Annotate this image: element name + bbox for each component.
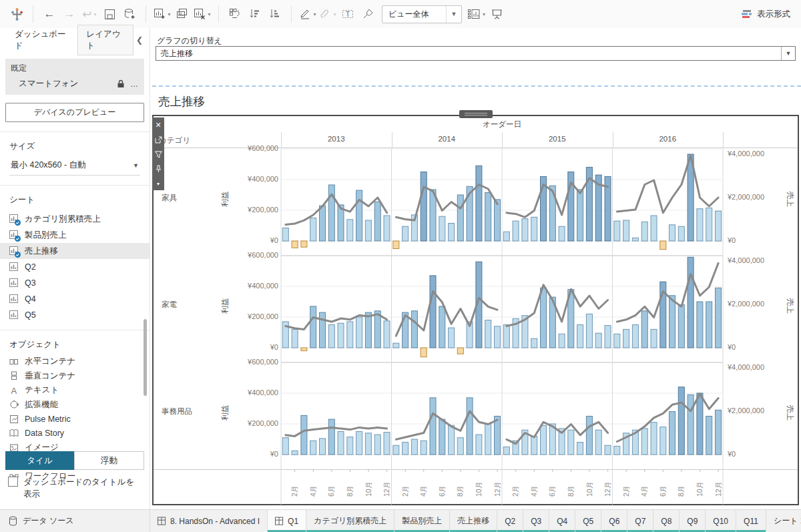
sheet-list-item[interactable]: Q4 bbox=[0, 291, 150, 307]
object-item-data-story[interactable]: Data Story bbox=[0, 427, 150, 441]
profit-bar[interactable] bbox=[716, 288, 722, 348]
profit-bar[interactable] bbox=[503, 325, 509, 348]
sheet-list-item[interactable]: 売上推移 bbox=[0, 243, 150, 259]
sheet-tab-シート 15[interactable]: シート 15 bbox=[766, 510, 801, 532]
profit-bar[interactable] bbox=[632, 238, 638, 241]
show-mark-labels-icon[interactable]: T bbox=[339, 5, 356, 23]
profit-bar[interactable] bbox=[605, 445, 611, 455]
profit-bar[interactable] bbox=[495, 200, 501, 241]
profit-bar[interactable] bbox=[503, 447, 509, 455]
profit-bar[interactable] bbox=[531, 436, 537, 455]
size-dropdown[interactable]: 最小 420x560 - 自動 ▼ bbox=[9, 158, 140, 176]
profit-bar[interactable] bbox=[559, 334, 565, 348]
new-worksheet-icon[interactable]: ▾ bbox=[154, 5, 171, 23]
sheet-tab-Q2[interactable]: Q2 bbox=[497, 510, 523, 532]
profit-bar[interactable] bbox=[457, 438, 463, 455]
clear-sheet-icon[interactable]: ▾ bbox=[194, 5, 211, 23]
profit-bar[interactable] bbox=[614, 446, 620, 455]
profit-bar[interactable] bbox=[522, 219, 528, 241]
profit-bar[interactable] bbox=[292, 241, 298, 248]
profit-bar[interactable] bbox=[531, 217, 537, 241]
profit-bar[interactable] bbox=[374, 202, 380, 241]
profit-bar[interactable] bbox=[531, 338, 537, 348]
profit-bar[interactable] bbox=[678, 226, 684, 241]
profit-bar[interactable] bbox=[706, 417, 712, 455]
sort-ascending-icon[interactable] bbox=[246, 5, 264, 23]
sheet-tab-カテゴリ別累積売上[interactable]: カテゴリ別累積売上 bbox=[306, 510, 394, 532]
profit-bar[interactable] bbox=[688, 394, 694, 455]
profit-bar[interactable] bbox=[614, 334, 620, 348]
profit-bar[interactable] bbox=[577, 443, 583, 455]
sheet-tab-Q11[interactable]: Q11 bbox=[736, 510, 766, 532]
profit-bar[interactable] bbox=[559, 226, 565, 241]
profit-bar[interactable] bbox=[641, 429, 647, 455]
profit-bar[interactable] bbox=[586, 417, 592, 455]
profit-bar[interactable] bbox=[476, 435, 482, 455]
swap-rows-columns-icon[interactable] bbox=[226, 5, 244, 23]
tab-dashboard[interactable]: ダッシュボード bbox=[7, 25, 76, 55]
graph-switcher-dropdown[interactable]: 売上推移 ▼ bbox=[156, 46, 796, 61]
sheet-tab-Q5[interactable]: Q5 bbox=[575, 510, 601, 532]
profit-bar[interactable] bbox=[393, 241, 399, 249]
go-to-sheet-icon[interactable] bbox=[154, 135, 163, 144]
profit-bar[interactable] bbox=[384, 321, 390, 348]
undo-icon[interactable]: ↩▾ bbox=[81, 5, 98, 23]
floating-button[interactable]: 浮動 bbox=[74, 451, 144, 470]
profit-bar[interactable] bbox=[706, 302, 712, 348]
profit-bar[interactable] bbox=[595, 430, 601, 455]
back-button[interactable]: ← bbox=[41, 5, 58, 23]
profit-bar[interactable] bbox=[320, 312, 326, 348]
sheet-tab-Q1[interactable]: Q1 bbox=[268, 510, 306, 532]
new-datasource-icon[interactable] bbox=[121, 5, 138, 23]
sheet-tab-製品別売上[interactable]: 製品別売上 bbox=[394, 510, 450, 532]
profit-bar[interactable] bbox=[485, 320, 491, 348]
profit-bar[interactable] bbox=[485, 424, 491, 455]
show-dashboard-title-checkbox[interactable]: ダッシュボードのタイトルを表示 bbox=[8, 476, 142, 500]
collapse-pane-icon[interactable]: ❮ bbox=[134, 35, 146, 45]
sheet-list-item[interactable]: Q5 bbox=[0, 307, 150, 323]
profit-bar[interactable] bbox=[310, 218, 316, 242]
profit-bar[interactable] bbox=[393, 343, 399, 348]
profit-bar[interactable] bbox=[365, 220, 371, 241]
use-as-filter-icon[interactable] bbox=[154, 150, 163, 159]
profit-bar[interactable] bbox=[292, 329, 298, 348]
profit-bar[interactable] bbox=[282, 438, 288, 455]
sales-line[interactable] bbox=[617, 156, 718, 213]
profit-bar[interactable] bbox=[356, 190, 362, 241]
profit-bar[interactable] bbox=[282, 228, 288, 242]
profit-bar[interactable] bbox=[403, 226, 409, 241]
profit-bar[interactable] bbox=[641, 222, 647, 241]
sheet-list-item[interactable]: Q2 bbox=[0, 259, 150, 275]
profit-bar[interactable] bbox=[365, 312, 371, 348]
sheet-tab-Q4[interactable]: Q4 bbox=[549, 510, 575, 532]
profit-bar[interactable] bbox=[421, 348, 427, 357]
profit-bar[interactable] bbox=[541, 425, 547, 455]
profit-bar[interactable] bbox=[641, 311, 647, 348]
profit-bar[interactable] bbox=[503, 232, 509, 241]
sheet-tab-8. HandsOn - Advanced I[interactable]: 8. HandsOn - Advanced I bbox=[150, 510, 268, 532]
profit-bar[interactable] bbox=[403, 443, 409, 455]
profit-bar[interactable] bbox=[467, 398, 473, 455]
show-hide-cards-icon[interactable]: ▾ bbox=[467, 5, 485, 23]
fit-dropdown[interactable]: ビュー全体 ▼ bbox=[382, 5, 462, 23]
object-item-text[interactable]: Aテキスト bbox=[0, 383, 150, 398]
profit-bar[interactable] bbox=[365, 433, 371, 455]
container-drag-handle[interactable] bbox=[459, 110, 493, 118]
sales-trend-chart[interactable]: ✕ ▾ オーダー日 カテゴリ 2013201420152016¥600,000¥… bbox=[152, 115, 799, 505]
tableau-logo-icon[interactable] bbox=[8, 5, 25, 23]
objects-scrollbar[interactable] bbox=[144, 319, 147, 396]
save-icon[interactable] bbox=[101, 5, 118, 23]
duplicate-sheet-icon[interactable] bbox=[174, 5, 191, 23]
profit-bar[interactable] bbox=[439, 216, 445, 241]
object-item-extension[interactable]: 拡張機能 bbox=[0, 398, 150, 413]
sheet-tab-Q7[interactable]: Q7 bbox=[627, 510, 653, 532]
profit-bar[interactable] bbox=[706, 208, 712, 242]
profit-bar[interactable] bbox=[292, 451, 298, 455]
sheet-tab-Q9[interactable]: Q9 bbox=[680, 510, 706, 532]
datasource-tab[interactable]: データ ソース bbox=[0, 510, 150, 532]
profit-bar[interactable] bbox=[513, 221, 519, 241]
tab-layout[interactable]: レイアウト bbox=[77, 25, 134, 55]
sheet-list-item[interactable]: カテゴリ別累積売上 bbox=[0, 211, 150, 227]
presentation-mode-icon[interactable] bbox=[488, 5, 505, 23]
profit-bar[interactable] bbox=[678, 305, 684, 348]
